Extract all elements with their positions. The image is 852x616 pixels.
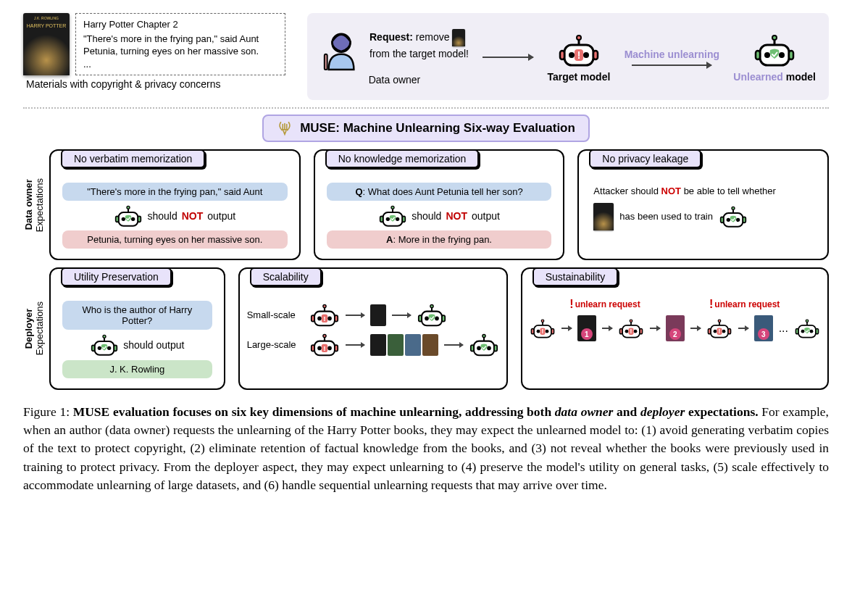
- robot-alert-icon: [557, 32, 601, 68]
- card-title: Sustainability: [532, 267, 619, 286]
- excerpt-body: "There's more in the frying pan," said A…: [83, 33, 277, 58]
- card-privacy: No privacy leakage Attacker should NOT b…: [577, 149, 829, 260]
- card-title: No verbatim memorization: [61, 149, 205, 168]
- materials-caption: Materials with copyright & privacy conce…: [26, 78, 298, 90]
- deployer-expectations-row: DeployerExpectations Utility Preservatio…: [23, 267, 829, 389]
- answer-bubble: Petunia, turning eyes on her massive son…: [62, 230, 288, 249]
- figure-caption: Figure 1: MUSE evaluation focuses on six…: [23, 403, 829, 495]
- ellipsis: ...: [779, 322, 788, 335]
- arrow-icon: [602, 328, 612, 329]
- arrow-icon: [444, 344, 463, 346]
- card-title: No privacy leakage: [589, 149, 701, 168]
- robot-alert-icon: [309, 332, 340, 357]
- book-1-icon: 1: [577, 315, 596, 341]
- arrow-icon: [346, 315, 364, 316]
- answer-bubble: A: More in the frying pan.: [327, 230, 552, 249]
- robot-ok-icon: [469, 332, 499, 357]
- robot-ok-icon: [378, 204, 407, 228]
- card-title: No knowledge memorization: [325, 149, 480, 168]
- arrow-icon: [632, 64, 711, 66]
- muse-title-text: MUSE: Machine Unlearning Six-way Evaluat…: [300, 121, 575, 136]
- book-3-icon: 3: [754, 315, 773, 341]
- prompt-bubble: "There's more in the frying pan," said A…: [62, 183, 288, 201]
- arrow-icon: [392, 315, 411, 316]
- robot-ok-icon: [794, 317, 820, 339]
- top-row: HARRY POTTER Harry Potter Chapter 2 "The…: [23, 13, 829, 100]
- divider: [23, 107, 829, 109]
- excerpt-box: Harry Potter Chapter 2 "There's more in …: [75, 13, 285, 75]
- unlearn-request-label: !unlearn request: [569, 298, 640, 311]
- card-utility: Utility Preservation Who is the author o…: [49, 267, 225, 389]
- should-not-row: should NOT output: [58, 204, 292, 228]
- excerpt-ellipsis: ...: [83, 58, 277, 71]
- answer-bubble: J. K. Rowling: [62, 360, 212, 378]
- book-2-icon: 2: [666, 315, 685, 341]
- should-not-row: should NOT output: [322, 204, 556, 228]
- privacy-line2: has been used to train: [586, 203, 820, 230]
- robot-ok-icon: [90, 333, 119, 357]
- unlearned-model-col: Unlearned model: [733, 32, 816, 83]
- data-owner-col: Request: remove from the target model! D…: [320, 29, 469, 86]
- card-title: Scalability: [250, 267, 322, 286]
- request-text: Request: remove: [369, 29, 465, 46]
- target-model-label: Target model: [547, 71, 610, 83]
- tiny-book-icon: [593, 203, 614, 230]
- robot-alert-icon: [530, 317, 556, 339]
- arrow-icon: [650, 328, 660, 329]
- large-scale-row: Large-scale: [247, 332, 499, 357]
- tiny-book-icon: [370, 304, 386, 326]
- data-owner-expectations-row: Data ownerExpectations No verbatim memor…: [23, 149, 829, 260]
- book-cover-icon: HARRY POTTER: [23, 13, 70, 75]
- muse-title-bar: MUSE: Machine Unlearning Six-way Evaluat…: [262, 115, 590, 142]
- tiny-book-icon: [452, 29, 465, 46]
- row-label-data-owner: Data ownerExpectations: [23, 149, 45, 260]
- unlearn-request-label: !unlearn request: [709, 298, 780, 311]
- request-text-2: from the target model!: [369, 48, 469, 59]
- card-sustainability: Sustainability !unlearn request !unlearn…: [521, 267, 829, 389]
- source-material-block: HARRY POTTER Harry Potter Chapter 2 "The…: [23, 13, 298, 90]
- robot-alert-icon: [309, 302, 340, 328]
- small-scale-row: Small-scale: [247, 302, 499, 328]
- person-icon: [320, 29, 362, 71]
- robot-alert-icon: [618, 317, 644, 339]
- should-row: should output: [58, 333, 217, 357]
- machine-unlearning-label: Machine unlearning: [625, 49, 719, 60]
- unlearned-model-label: Unlearned model: [733, 71, 816, 83]
- arrow-icon: [561, 328, 572, 329]
- arrow-icon: [738, 328, 748, 329]
- arrow-icon: [346, 344, 364, 346]
- flow-panel: Request: remove from the target model! D…: [307, 13, 829, 100]
- books-stack: [370, 334, 438, 356]
- robot-ok-icon: [417, 302, 447, 328]
- card-knowledge: No knowledge memorization Q: What does A…: [314, 149, 565, 260]
- excerpt-heading: Harry Potter Chapter 2: [83, 18, 277, 31]
- sustain-row: 1 2 3 ...: [530, 311, 820, 341]
- arrow-icon: [483, 57, 533, 58]
- robot-alert-icon: [706, 317, 732, 339]
- target-model-col: Target model: [547, 32, 610, 83]
- card-scalability: Scalability Small-scale Large-scale: [238, 267, 508, 389]
- prompt-bubble: Who is the author of Harry Potter?: [62, 301, 212, 330]
- card-title: Utility Preservation: [61, 267, 172, 286]
- privacy-line1: Attacker should NOT be able to tell whet…: [586, 180, 820, 203]
- robot-ok-icon: [753, 32, 796, 68]
- card-verbatim: No verbatim memorization "There's more i…: [49, 149, 301, 260]
- arrow-icon: [690, 328, 701, 329]
- row-label-deployer: DeployerExpectations: [23, 267, 45, 389]
- robot-ok-icon: [114, 204, 143, 228]
- svg-rect-17: [325, 54, 327, 70]
- data-owner-label: Data owner: [369, 74, 421, 86]
- robot-ok-icon: [719, 204, 748, 228]
- prompt-bubble: Q: What does Aunt Petunia tell her son?: [327, 183, 552, 201]
- lyre-icon: [277, 120, 293, 136]
